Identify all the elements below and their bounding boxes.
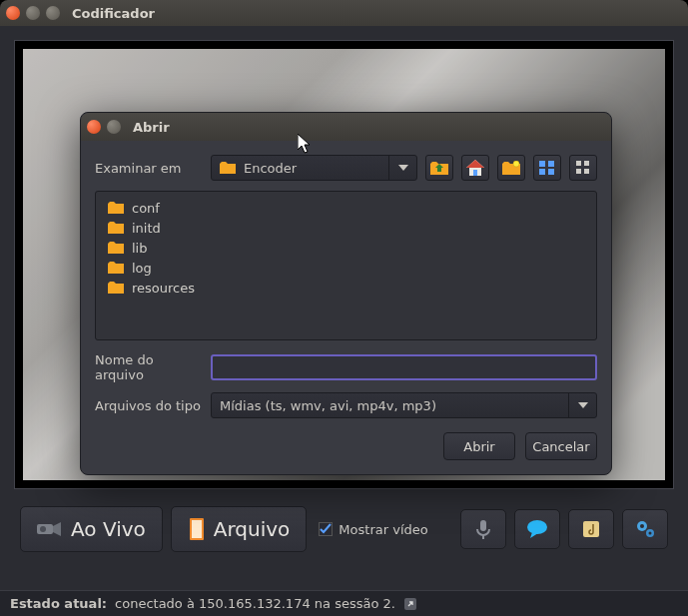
show-video-checkbox[interactable]: Mostrar vídeo bbox=[319, 522, 427, 537]
filetype-combo-value: Mídias (ts, wmv, avi, mp4v, mp3) bbox=[220, 398, 436, 413]
detail-view-button[interactable] bbox=[569, 155, 597, 181]
home-button[interactable] bbox=[461, 155, 489, 181]
cancel-button[interactable]: Cancelar bbox=[525, 432, 597, 460]
grid-view-icon bbox=[576, 161, 590, 175]
window-minimize-button[interactable] bbox=[26, 6, 40, 20]
list-view-icon bbox=[539, 161, 555, 175]
svg-marker-15 bbox=[398, 165, 408, 171]
chevron-down-icon bbox=[388, 156, 416, 180]
dialog-minimize-button[interactable] bbox=[107, 120, 121, 134]
file-list[interactable]: conf initd lib log resources bbox=[95, 191, 597, 340]
svg-point-20 bbox=[513, 161, 519, 167]
svg-point-13 bbox=[649, 532, 652, 535]
svg-marker-8 bbox=[530, 532, 538, 538]
folder-icon bbox=[108, 222, 124, 234]
dialog-close-button[interactable] bbox=[87, 120, 101, 134]
svg-rect-26 bbox=[584, 161, 589, 166]
file-icon bbox=[188, 518, 206, 540]
svg-rect-21 bbox=[539, 161, 545, 167]
microphone-button[interactable] bbox=[460, 509, 506, 549]
svg-point-11 bbox=[640, 524, 644, 528]
microphone-icon bbox=[474, 518, 492, 540]
filename-label: Nome do arquivo bbox=[95, 352, 203, 382]
folder-icon bbox=[108, 202, 124, 214]
chat-button[interactable] bbox=[514, 509, 560, 549]
bottom-toolbar: Ao Vivo Arquivo Mostrar vídeo bbox=[14, 503, 674, 555]
list-item-label: resources bbox=[132, 281, 195, 296]
svg-rect-19 bbox=[473, 170, 477, 176]
chat-bubble-icon bbox=[526, 519, 548, 539]
list-item-label: conf bbox=[132, 201, 160, 216]
status-bar: Estado atual: conectado à 150.165.132.17… bbox=[0, 590, 688, 616]
new-folder-button[interactable] bbox=[497, 155, 525, 181]
window-maximize-button[interactable] bbox=[46, 6, 60, 20]
music-note-icon bbox=[581, 519, 601, 539]
list-item-label: log bbox=[132, 261, 152, 276]
music-note-button[interactable] bbox=[568, 509, 614, 549]
list-item[interactable]: log bbox=[104, 258, 588, 278]
folder-icon bbox=[108, 242, 124, 254]
svg-marker-29 bbox=[578, 402, 588, 408]
list-item-label: lib bbox=[132, 241, 147, 256]
external-link-icon[interactable] bbox=[403, 597, 417, 611]
folder-up-icon bbox=[430, 161, 448, 175]
svg-point-2 bbox=[40, 526, 46, 532]
svg-rect-25 bbox=[576, 161, 581, 166]
folder-new-icon bbox=[502, 161, 520, 175]
list-item[interactable]: resources bbox=[104, 278, 588, 298]
chevron-down-icon bbox=[568, 393, 596, 417]
folder-combo[interactable]: Encoder bbox=[211, 155, 417, 181]
status-text: conectado à 150.165.132.174 na sessão 2. bbox=[115, 596, 395, 611]
filetype-label: Arquivos do tipo bbox=[95, 398, 203, 413]
checkbox-icon bbox=[319, 522, 333, 536]
list-item[interactable]: initd bbox=[104, 218, 588, 238]
svg-rect-4 bbox=[192, 520, 202, 538]
svg-rect-23 bbox=[539, 169, 545, 175]
up-folder-button[interactable] bbox=[425, 155, 453, 181]
folder-icon bbox=[108, 262, 124, 274]
main-titlebar: Codificador bbox=[0, 0, 688, 26]
file-button-label: Arquivo bbox=[214, 517, 291, 541]
folder-combo-value: Encoder bbox=[244, 161, 297, 176]
svg-rect-5 bbox=[480, 520, 486, 531]
live-button-label: Ao Vivo bbox=[71, 517, 146, 541]
dialog-title: Abrir bbox=[133, 120, 170, 135]
live-button[interactable]: Ao Vivo bbox=[20, 506, 163, 552]
list-item-label: initd bbox=[132, 221, 161, 236]
list-view-button[interactable] bbox=[533, 155, 561, 181]
camcorder-icon bbox=[37, 520, 63, 538]
window-close-button[interactable] bbox=[6, 6, 20, 20]
folder-icon bbox=[108, 282, 124, 294]
open-button[interactable]: Abrir bbox=[443, 432, 515, 460]
file-button[interactable]: Arquivo bbox=[171, 506, 308, 552]
filename-input[interactable] bbox=[211, 354, 597, 380]
svg-marker-18 bbox=[466, 160, 484, 168]
svg-rect-22 bbox=[548, 161, 554, 167]
dialog-titlebar: Abrir bbox=[81, 113, 611, 141]
svg-rect-28 bbox=[584, 169, 589, 174]
folder-icon bbox=[220, 162, 236, 174]
home-icon bbox=[466, 160, 484, 176]
filetype-combo[interactable]: Mídias (ts, wmv, avi, mp4v, mp3) bbox=[211, 392, 597, 418]
gears-icon bbox=[634, 518, 656, 540]
svg-rect-27 bbox=[576, 169, 581, 174]
window-title: Codificador bbox=[72, 6, 155, 21]
settings-button[interactable] bbox=[622, 509, 668, 549]
list-item[interactable]: lib bbox=[104, 238, 588, 258]
svg-rect-24 bbox=[548, 169, 554, 175]
svg-marker-1 bbox=[53, 522, 61, 536]
list-item[interactable]: conf bbox=[104, 198, 588, 218]
open-file-dialog: Abrir Examinar em Encoder bbox=[80, 112, 612, 475]
examine-label: Examinar em bbox=[95, 161, 203, 176]
show-video-label: Mostrar vídeo bbox=[339, 522, 427, 537]
status-label: Estado atual: bbox=[10, 596, 107, 611]
svg-point-7 bbox=[527, 520, 547, 534]
